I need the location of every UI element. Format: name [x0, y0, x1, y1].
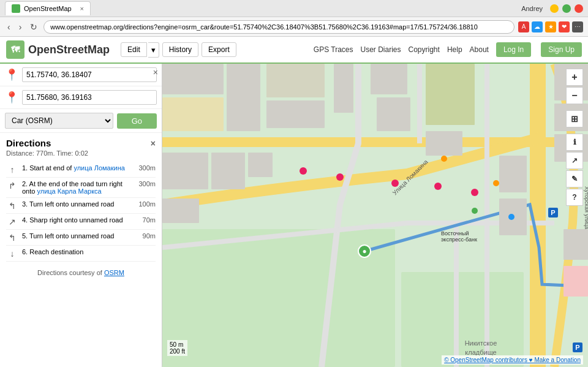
window-minimize-btn[interactable]: [550, 4, 559, 13]
svg-rect-8: [426, 131, 462, 156]
to-input-row: 📍: [0, 86, 162, 109]
step-4-icon: ↗: [6, 217, 18, 227]
direction-step-5: ↰ 5. Turn left onto unnamed road 90m: [6, 230, 156, 246]
browser-addressbar: ‹ › ↻ A ☁ ★ ❤ ⋯: [0, 17, 588, 37]
direction-step-2: ↱ 2. At the end of the road turn right o…: [6, 178, 156, 198]
svg-rect-15: [162, 153, 208, 189]
step-2-link[interactable]: улица Карла Маркса: [37, 187, 101, 195]
export-button[interactable]: Export: [202, 42, 236, 57]
from-pin-icon: 📍: [5, 68, 18, 81]
map-canvas[interactable]: Улица Ломакина Хуторская улица Никитское…: [162, 64, 588, 367]
step-4-text: 4. Sharp right onto unnamed road: [22, 216, 139, 224]
extension-icon-3[interactable]: ★: [545, 21, 556, 32]
step-2-icon: ↱: [6, 181, 18, 191]
svg-rect-11: [266, 100, 325, 128]
nav-about[interactable]: About: [470, 45, 489, 54]
step-1-link[interactable]: улица Ломакина: [74, 164, 124, 172]
osm-logo-icon: 🗺: [6, 40, 24, 59]
browser-user-label: Andrey: [521, 5, 543, 12]
step-5-icon: ↰: [6, 233, 18, 243]
from-input-row: 📍 ×: [0, 64, 162, 86]
refresh-button[interactable]: ↻: [28, 21, 40, 33]
osm-logo: 🗺 OpenStreetMap: [6, 40, 110, 59]
layers-button[interactable]: ⊞: [566, 110, 583, 127]
svg-rect-2: [401, 272, 524, 367]
directions-meta: Distance: 770m. Time: 0:02: [6, 149, 156, 157]
edit-dropdown-button[interactable]: ▾: [148, 42, 159, 58]
attribution-link[interactable]: © OpenStreetMap contributors ♥ Make a Do…: [444, 357, 581, 363]
map-area[interactable]: Улица Ломакина Хуторская улица Никитское…: [162, 64, 588, 367]
tab-close-btn[interactable]: ×: [80, 5, 84, 12]
directions-title-row: Directions ×: [6, 138, 156, 148]
step-2-dist: 300m: [138, 180, 156, 187]
login-button[interactable]: Log In: [496, 42, 531, 57]
share-button[interactable]: ↗: [566, 152, 583, 169]
scale-200ft: 200 ft: [170, 348, 185, 355]
extension-icon-1[interactable]: A: [518, 21, 529, 32]
osrm-credit: Directions courtesy of OSRM: [6, 269, 156, 276]
step-6-text: 6. Reach destination: [22, 248, 152, 255]
extension-icon-5[interactable]: ⋯: [572, 21, 583, 32]
tab-favicon: [12, 4, 20, 13]
nav-copyright[interactable]: Copyright: [409, 45, 440, 54]
svg-text:P: P: [575, 344, 579, 351]
directions-close-btn[interactable]: ×: [151, 138, 156, 148]
extension-icon-2[interactable]: ☁: [532, 21, 543, 32]
svg-point-30: [471, 189, 478, 196]
edit-button[interactable]: Edit: [121, 42, 147, 57]
comment-button[interactable]: ✎: [566, 170, 583, 187]
nav-gps-traces[interactable]: GPS Traces: [314, 45, 353, 54]
svg-text:экспресс-банк: экспресс-банк: [441, 236, 477, 243]
window-close-btn[interactable]: [575, 4, 583, 13]
tab-title: OpenStreetMap: [24, 5, 72, 12]
nav-help[interactable]: Help: [447, 45, 462, 54]
svg-rect-14: [227, 64, 260, 131]
svg-rect-9: [334, 64, 353, 113]
osm-header: 🗺 OpenStreetMap Edit ▾ History Export GP…: [0, 37, 588, 64]
svg-point-34: [508, 214, 514, 220]
direction-step-3: ↰ 3. Turn left onto unnamed road 100m: [6, 198, 156, 214]
osrm-link[interactable]: OSRM: [104, 269, 124, 276]
svg-point-33: [472, 208, 478, 214]
from-close-icon[interactable]: ×: [153, 67, 158, 77]
step-5-dist: 90m: [143, 232, 156, 240]
svg-point-27: [336, 173, 344, 181]
to-coord-input[interactable]: [22, 90, 157, 105]
svg-point-29: [434, 183, 442, 190]
browser-tab[interactable]: OpenStreetMap ×: [5, 1, 91, 15]
scale-50m: 50 m: [170, 341, 185, 348]
zoom-out-button[interactable]: −: [566, 87, 583, 104]
address-input[interactable]: [43, 20, 514, 34]
step-4-dist: 70m: [143, 216, 156, 224]
svg-rect-13: [162, 97, 224, 131]
forward-button[interactable]: ›: [17, 21, 24, 33]
transport-select[interactable]: Car (OSRM) Bicycle (OSRM) Foot (OSRM): [5, 113, 113, 129]
left-panel: 📍 × 📍 Car (OSRM) Bicycle (OSRM) Foot (OS…: [0, 64, 162, 367]
step-1-icon: ↑: [6, 165, 18, 175]
zoom-in-button[interactable]: +: [566, 69, 583, 86]
window-maximize-btn[interactable]: [562, 4, 571, 13]
svg-point-31: [493, 180, 499, 186]
to-pin-icon: 📍: [5, 91, 18, 104]
nav-user-diaries[interactable]: User Diaries: [361, 45, 401, 54]
svg-point-26: [300, 167, 307, 175]
help-button[interactable]: ?: [566, 189, 583, 206]
svg-rect-18: [248, 153, 273, 177]
svg-rect-17: [162, 199, 199, 223]
route-options-row: Car (OSRM) Bicycle (OSRM) Foot (OSRM) Go: [0, 109, 162, 133]
back-button[interactable]: ‹: [5, 21, 13, 33]
step-3-dist: 100m: [138, 200, 156, 208]
main-content: 📍 × 📍 Car (OSRM) Bicycle (OSRM) Foot (OS…: [0, 64, 588, 367]
svg-rect-19: [499, 156, 527, 192]
osm-logo-text: OpenStreetMap: [28, 44, 110, 56]
step-1-dist: 300m: [138, 164, 156, 172]
from-coord-input[interactable]: [22, 67, 157, 82]
go-button[interactable]: Go: [117, 113, 157, 129]
svg-text:P: P: [551, 209, 555, 216]
map-controls: + − ⊞ ℹ ↗ ✎ ?: [566, 69, 583, 206]
svg-rect-12: [162, 64, 224, 94]
extension-icon-4[interactable]: ❤: [559, 21, 570, 32]
signup-button[interactable]: Sign Up: [541, 42, 582, 57]
history-button[interactable]: History: [162, 42, 198, 57]
info-button[interactable]: ℹ: [566, 134, 583, 151]
